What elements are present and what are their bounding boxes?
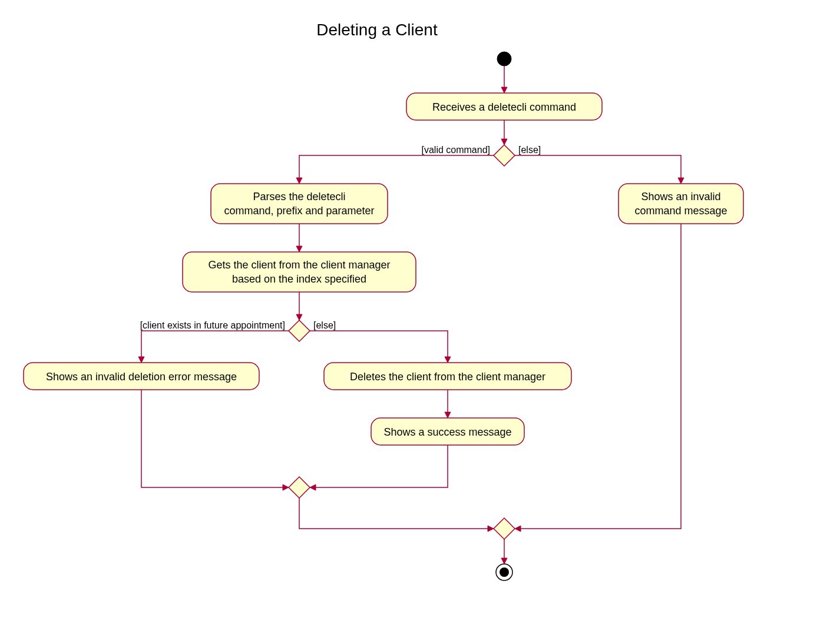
activity-invalid-command-label-1: Shows an invalid <box>641 191 720 203</box>
svg-marker-0 <box>501 87 507 93</box>
svg-marker-4 <box>296 314 302 320</box>
svg-point-14 <box>500 567 509 577</box>
svg-marker-11 <box>488 526 494 532</box>
start-node <box>497 52 511 66</box>
activity-parse <box>211 184 388 224</box>
activity-parse-label-2: command, prefix and parameter <box>224 205 374 217</box>
svg-marker-3 <box>296 246 302 252</box>
edge-decision1-invalidcmd <box>515 155 681 179</box>
edge-decision1-parse <box>299 155 494 179</box>
activity-receive-label: Receives a deletecli command <box>432 101 576 113</box>
svg-marker-10 <box>678 178 684 184</box>
svg-marker-9 <box>310 484 316 490</box>
guard-else2: [else] <box>313 320 336 330</box>
edge-decision2-invalid <box>141 331 289 358</box>
svg-marker-8 <box>283 484 289 490</box>
activity-get-client-label-1: Gets the client from the client manager <box>208 259 390 271</box>
svg-marker-5 <box>138 357 144 363</box>
activity-invalid-command-label-2: command message <box>634 205 727 217</box>
edge-merge1-merge2 <box>299 498 489 529</box>
activity-invalid-command <box>619 184 743 224</box>
decision-valid-command <box>494 145 515 166</box>
edge-invalid-merge1 <box>141 390 284 487</box>
guard-valid-command: [valid command] <box>422 145 491 155</box>
activity-parse-label-1: Parses the deletecli <box>253 191 345 203</box>
activity-success-label: Shows a success message <box>383 426 511 438</box>
edge-success-merge1 <box>315 445 448 487</box>
svg-marker-7 <box>445 412 451 418</box>
activity-invalid-deletion-label: Shows an invalid deletion error message <box>46 371 237 383</box>
svg-marker-12 <box>515 526 521 532</box>
guard-else1: [else] <box>518 145 541 155</box>
activity-get-client-label-2: based on the index specified <box>232 273 366 285</box>
svg-marker-13 <box>501 558 507 564</box>
svg-marker-6 <box>445 357 451 363</box>
svg-marker-1 <box>501 139 507 145</box>
diagram-title: Deleting a Client <box>316 21 438 39</box>
edge-decision2-delete <box>310 331 448 358</box>
merge-inner <box>289 477 310 498</box>
merge-outer <box>494 518 515 539</box>
activity-diagram: Deleting a Client Receives a deletecli c… <box>12 12 825 612</box>
activity-delete-client-label: Deletes the client from the client manag… <box>350 371 545 383</box>
guard-client-exists: [client exists in future appointment] <box>140 320 285 330</box>
decision-client-exists <box>289 320 310 341</box>
activity-get-client <box>183 252 416 292</box>
svg-marker-2 <box>296 178 302 184</box>
